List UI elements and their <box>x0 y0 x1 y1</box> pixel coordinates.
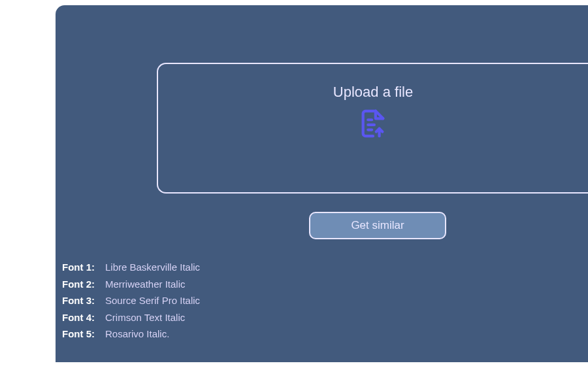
font-results-list: Font 1: Libre Baskerville Italic Font 2:… <box>62 259 200 343</box>
main-panel: Upload a file Get similar Font 1: Libre … <box>56 5 588 362</box>
list-item: Font 4: Crimson Text Italic <box>62 309 200 326</box>
list-item: Font 2: Merriweather Italic <box>62 276 200 293</box>
font-label: Font 5: <box>62 326 99 343</box>
list-item: Font 1: Libre Baskerville Italic <box>62 259 200 276</box>
font-name: Merriweather Italic <box>105 276 186 293</box>
list-item: Font 3: Source Serif Pro Italic <box>62 292 200 309</box>
font-label: Font 4: <box>62 309 99 326</box>
font-label: Font 2: <box>62 276 99 293</box>
font-label: Font 1: <box>62 259 99 276</box>
font-name: Crimson Text Italic <box>105 309 185 326</box>
get-similar-button[interactable]: Get similar <box>309 212 446 239</box>
font-label: Font 3: <box>62 292 99 309</box>
upload-title: Upload a file <box>333 84 413 101</box>
list-item: Font 5: Rosarivo Italic. <box>62 326 200 343</box>
font-name: Rosarivo Italic. <box>105 326 169 343</box>
font-name: Libre Baskerville Italic <box>105 259 200 276</box>
upload-dropzone[interactable]: Upload a file <box>157 63 588 194</box>
file-upload-icon <box>358 109 388 141</box>
font-name: Source Serif Pro Italic <box>105 292 200 309</box>
